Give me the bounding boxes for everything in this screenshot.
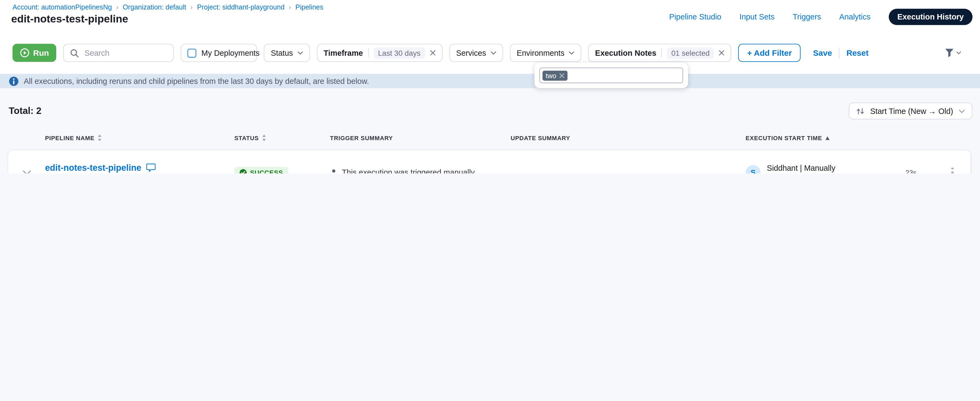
row-menu-button[interactable] [934, 168, 970, 173]
execution-notes-popover: two [535, 62, 688, 88]
tab-pipeline-studio[interactable]: Pipeline Studio [669, 13, 721, 21]
column-trigger-summary: TRIGGER SUMMARY [330, 134, 511, 141]
status-dropdown[interactable]: Status [264, 44, 310, 62]
timeframe-filter[interactable]: Timeframe Last 30 days [317, 44, 442, 62]
executions-list: edit-notes-test-pipeline Execution Id: o… [8, 150, 970, 173]
tab-execution-history[interactable]: Execution History [889, 9, 972, 25]
divider [839, 47, 839, 58]
execution-notes-selected-chip: 01 selected [667, 47, 714, 58]
execution-notes-filter[interactable]: Execution Notes 01 selected [588, 44, 732, 62]
save-filter-button[interactable]: Save [813, 48, 832, 58]
environments-dropdown[interactable]: Environments [510, 44, 581, 62]
timeframe-label: Timeframe [324, 48, 363, 57]
trigger-summary-text: This execution was triggered manually [342, 168, 474, 173]
execution-history-page: Account: automationPipelinesNg › Organiz… [0, 0, 980, 173]
column-pipeline-name[interactable]: PIPELINE NAME [45, 134, 234, 141]
pipeline-name-link[interactable]: edit-notes-test-pipeline [45, 162, 141, 173]
breadcrumb-pipelines[interactable]: Pipelines [295, 3, 323, 11]
check-circle-icon [239, 169, 247, 173]
status-label: SUCCESS [250, 169, 283, 173]
breadcrumb-account[interactable]: Account: automationPipelinesNg [13, 3, 112, 11]
execution-notes-clear-icon[interactable] [719, 50, 725, 56]
reset-filter-button[interactable]: Reset [846, 48, 869, 58]
services-dropdown[interactable]: Services [449, 44, 503, 62]
column-label: STATUS [234, 134, 259, 141]
services-dropdown-label: Services [456, 48, 486, 57]
note-tag: two [542, 70, 568, 80]
execution-duration: 23s [888, 169, 934, 173]
remove-tag-icon[interactable] [560, 73, 564, 78]
sort-asc-icon [825, 136, 830, 140]
info-banner-text: All executions, including reruns and chi… [24, 77, 369, 85]
my-deployments-filter[interactable]: My Deployments [181, 44, 257, 62]
breadcrumb-separator: › [289, 3, 291, 10]
breadcrumb-project[interactable]: Project: siddhant-playground [197, 3, 285, 11]
column-label: TRIGGER SUMMARY [330, 134, 393, 141]
sort-dropdown-label: Start Time (New → Old) [870, 107, 953, 115]
column-label: PIPELINE NAME [45, 134, 94, 141]
info-icon [9, 76, 19, 86]
avatar: S [746, 165, 760, 173]
breadcrumb-separator: › [116, 3, 118, 10]
user-icon [330, 169, 337, 173]
notes-tag-input[interactable]: two [539, 68, 683, 83]
sort-both-icon [98, 134, 102, 141]
search-box [63, 44, 174, 62]
search-icon [70, 48, 79, 57]
run-button-label: Run [33, 48, 49, 58]
search-input[interactable] [83, 48, 158, 58]
column-execution-start-time[interactable]: EXECUTION START TIME [746, 134, 888, 141]
my-deployments-checkbox[interactable] [188, 48, 196, 57]
column-status[interactable]: STATUS [234, 134, 330, 141]
chevron-down-icon [569, 51, 574, 55]
run-button[interactable]: Run [13, 44, 56, 62]
environments-dropdown-label: Environments [517, 48, 565, 57]
tab-input-sets[interactable]: Input Sets [739, 13, 775, 21]
column-label: EXECUTION START TIME [746, 134, 822, 141]
column-label: UPDATE SUMMARY [511, 134, 570, 141]
top-bar: Account: automationPipelinesNg › Organiz… [0, 0, 980, 74]
pipeline-tabs: Pipeline Studio Input Sets Triggers Anal… [669, 9, 972, 25]
sort-dropdown[interactable]: Start Time (New → Old) [849, 102, 972, 119]
status-badge: SUCCESS [234, 167, 288, 173]
notes-comment-icon[interactable] [146, 163, 156, 171]
saved-filters-button[interactable] [944, 48, 961, 58]
kebab-icon [951, 168, 953, 173]
triggered-by: Siddhant | Manually [767, 163, 835, 172]
divider [661, 48, 662, 58]
total-count: Total: 2 [9, 105, 41, 115]
table-header: PIPELINE NAME STATUS TRIGGER SUMMARY UPD… [8, 134, 970, 141]
chevron-down-icon [490, 51, 496, 55]
chevron-down-icon [297, 51, 303, 55]
chevron-down-icon [956, 51, 961, 55]
breadcrumb: Account: automationPipelinesNg › Organiz… [13, 3, 323, 11]
tab-analytics[interactable]: Analytics [839, 13, 870, 21]
tab-triggers[interactable]: Triggers [792, 13, 821, 21]
sort-both-icon [262, 134, 266, 141]
info-banner: All executions, including reruns and chi… [0, 74, 980, 88]
breadcrumb-separator: › [191, 3, 193, 10]
timeframe-clear-icon[interactable] [430, 50, 436, 56]
breadcrumb-organization[interactable]: Organization: default [123, 3, 186, 11]
filter-toolbar: Run My Deployments Status Timeframe Last… [13, 44, 967, 62]
column-update-summary: UPDATE SUMMARY [511, 134, 746, 141]
timeframe-value-chip: Last 30 days [374, 47, 425, 58]
execution-notes-label: Execution Notes [595, 48, 656, 57]
page-title: edit-notes-test-pipeline [11, 13, 128, 26]
status-dropdown-label: Status [271, 48, 293, 57]
add-filter-button[interactable]: + Add Filter [738, 44, 801, 62]
divider [368, 48, 369, 58]
execution-row: edit-notes-test-pipeline Execution Id: o… [8, 150, 970, 173]
chevron-down-icon [22, 170, 31, 173]
note-tag-label: two [546, 72, 557, 79]
filter-funnel-icon [944, 48, 954, 58]
expand-toggle[interactable] [8, 170, 45, 173]
add-filter-label: + Add Filter [747, 48, 792, 58]
chevron-down-icon [959, 109, 965, 113]
my-deployments-label: My Deployments [202, 48, 259, 57]
sort-arrows-icon [856, 107, 864, 115]
play-circle-icon [20, 48, 29, 58]
